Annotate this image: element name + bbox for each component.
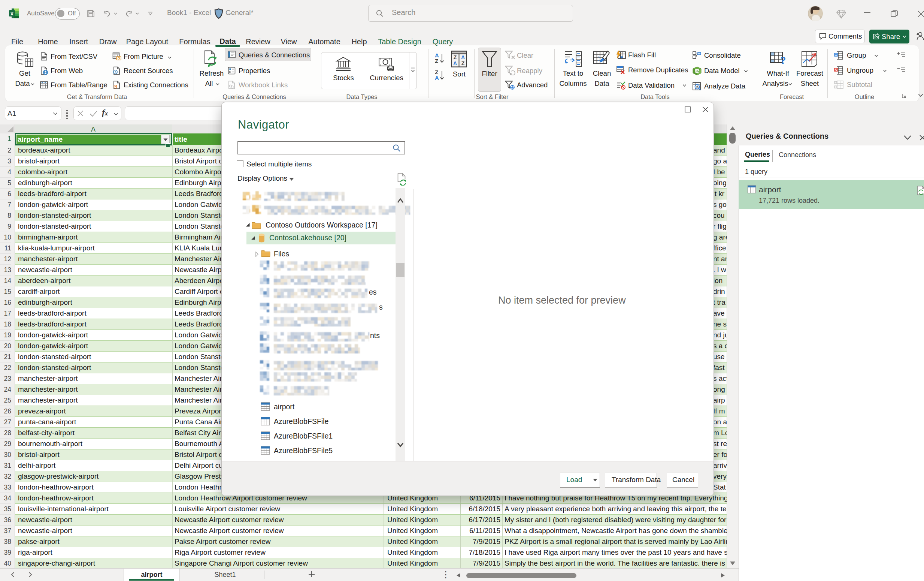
svg-text:A: A [461,55,465,60]
svg-text:x: x [10,10,13,17]
svg-text:A: A [453,60,457,66]
svg-text:Z: Z [454,55,457,60]
svg-text:?: ? [780,54,786,66]
svg-text:Z: Z [462,60,465,66]
